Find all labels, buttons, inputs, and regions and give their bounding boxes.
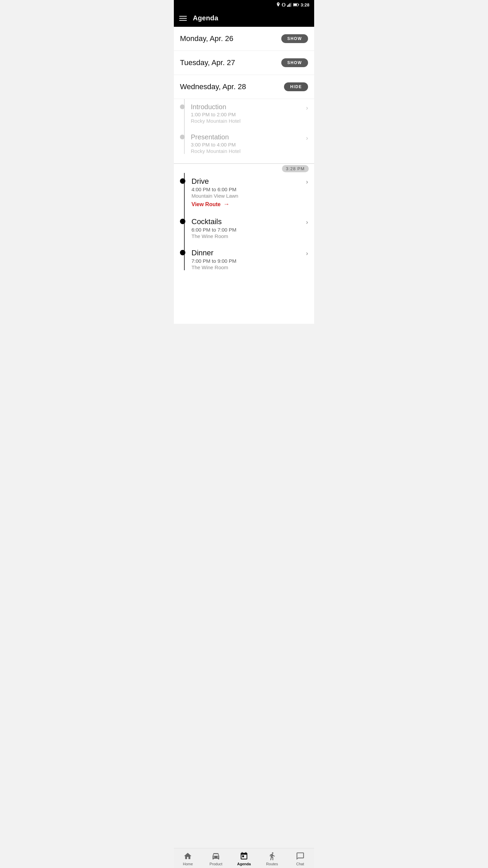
signal-icon <box>287 3 292 7</box>
event-arrow-introduction: › <box>306 104 308 112</box>
svg-rect-6 <box>290 3 291 7</box>
app-header: Agenda <box>174 9 314 27</box>
event-body-introduction: Introduction 1:00 PM to 2:00 PM Rocky Mo… <box>191 103 303 124</box>
show-button-monday[interactable]: SHOW <box>281 34 308 43</box>
hamburger-menu[interactable] <box>179 16 187 21</box>
time-indicator: 3:28 PM <box>174 164 314 173</box>
show-button-tuesday[interactable]: SHOW <box>281 58 308 67</box>
date-label-tuesday: Tuesday, Apr. 27 <box>180 58 235 67</box>
svg-rect-8 <box>293 4 297 6</box>
event-location-presentation: Rocky Mountain Hotel <box>191 148 303 154</box>
svg-rect-0 <box>283 3 285 6</box>
event-time-introduction: 1:00 PM to 2:00 PM <box>191 112 303 117</box>
event-title-drive: Drive <box>191 177 303 186</box>
event-body-cocktails: Cocktails 6:00 PM to 7:00 PM The Wine Ro… <box>191 217 303 239</box>
event-dot-presentation <box>180 135 185 139</box>
event-time-presentation: 3:00 PM to 4:00 PM <box>191 142 303 147</box>
event-body-presentation: Presentation 3:00 PM to 4:00 PM Rocky Mo… <box>191 133 303 154</box>
event-item-dinner[interactable]: Dinner 7:00 PM to 9:00 PM The Wine Room … <box>180 249 308 270</box>
svg-rect-9 <box>298 4 299 5</box>
vibrate-icon <box>282 2 286 7</box>
event-time-cocktails: 6:00 PM to 7:00 PM <box>191 227 303 233</box>
event-title-introduction: Introduction <box>191 103 303 111</box>
event-time-drive: 4:00 PM to 6:00 PM <box>191 186 303 192</box>
event-arrow-cocktails: › <box>306 219 308 226</box>
event-title-presentation: Presentation <box>191 133 303 141</box>
date-row-monday: Monday, Apr. 26 SHOW <box>174 27 314 51</box>
status-icons: 3:28 <box>276 2 309 7</box>
time-display: 3:28 <box>301 2 309 7</box>
event-location-cocktails: The Wine Room <box>191 233 303 239</box>
event-item-introduction[interactable]: Introduction 1:00 PM to 2:00 PM Rocky Mo… <box>180 103 308 124</box>
event-location-dinner: The Wine Room <box>191 264 303 270</box>
svg-rect-4 <box>288 4 289 7</box>
date-label-wednesday: Wednesday, Apr. 28 <box>180 82 246 91</box>
event-item-presentation[interactable]: Presentation 3:00 PM to 4:00 PM Rocky Mo… <box>180 133 308 154</box>
event-item-cocktails[interactable]: Cocktails 6:00 PM to 7:00 PM The Wine Ro… <box>180 217 308 239</box>
view-route-arrow-icon: → <box>223 201 229 208</box>
event-dot-introduction <box>180 104 185 109</box>
battery-icon <box>293 3 299 6</box>
event-location-drive: Mountain View Lawn <box>191 193 303 199</box>
svg-rect-1 <box>282 4 282 5</box>
view-route-label: View Route <box>191 201 221 208</box>
date-label-monday: Monday, Apr. 26 <box>180 34 233 43</box>
event-dot-dinner <box>180 250 185 255</box>
svg-rect-2 <box>285 4 285 5</box>
event-dot-cocktails <box>180 219 185 224</box>
svg-rect-3 <box>287 5 288 7</box>
event-title-dinner: Dinner <box>191 249 303 257</box>
past-events-list: Introduction 1:00 PM to 2:00 PM Rocky Mo… <box>174 99 314 154</box>
event-arrow-presentation: › <box>306 135 308 142</box>
date-row-tuesday: Tuesday, Apr. 27 SHOW <box>174 51 314 75</box>
event-location-introduction: Rocky Mountain Hotel <box>191 118 303 124</box>
event-arrow-drive: › <box>306 178 308 185</box>
svg-rect-5 <box>289 3 290 7</box>
event-time-dinner: 7:00 PM to 9:00 PM <box>191 258 303 264</box>
main-content: Monday, Apr. 26 SHOW Tuesday, Apr. 27 SH… <box>174 27 314 324</box>
event-body-drive: Drive 4:00 PM to 6:00 PM Mountain View L… <box>191 177 303 208</box>
page-title: Agenda <box>193 14 218 22</box>
event-title-cocktails: Cocktails <box>191 217 303 226</box>
status-bar: 3:28 <box>174 0 314 9</box>
event-arrow-dinner: › <box>306 250 308 257</box>
hide-button-wednesday[interactable]: HIDE <box>284 82 308 91</box>
view-route-button[interactable]: View Route → <box>191 201 303 208</box>
location-icon <box>276 2 280 7</box>
event-body-dinner: Dinner 7:00 PM to 9:00 PM The Wine Room <box>191 249 303 270</box>
date-row-wednesday: Wednesday, Apr. 28 HIDE <box>174 75 314 99</box>
current-time-pill: 3:28 PM <box>282 165 309 172</box>
active-events-list: Drive 4:00 PM to 6:00 PM Mountain View L… <box>174 173 314 270</box>
event-item-drive[interactable]: Drive 4:00 PM to 6:00 PM Mountain View L… <box>180 177 308 208</box>
event-dot-drive <box>180 178 185 184</box>
